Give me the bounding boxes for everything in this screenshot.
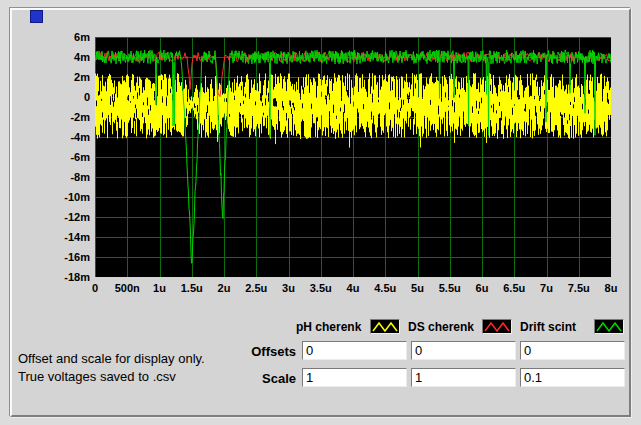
y-tick-label: -10m (36, 190, 90, 204)
y-tick-label: 0 (36, 90, 90, 104)
y-tick-label: -12m (36, 210, 90, 224)
note-text: Offset and scale for display only. True … (18, 350, 205, 386)
y-tick-label: 2m (36, 70, 90, 84)
y-tick-label: 4m (36, 50, 90, 64)
offsets-label: Offsets (228, 344, 296, 360)
offset-input-1[interactable] (302, 341, 407, 360)
plot-legend: pH cherenkDS cherenkDrift scint (296, 317, 624, 336)
note-line1: Offset and scale for display only. (18, 350, 205, 368)
scale-input-3[interactable] (520, 368, 625, 387)
scale-input-1[interactable] (302, 368, 407, 387)
waveform-canvas (95, 37, 611, 277)
legend-item-ph-cherenk[interactable]: pH cherenk (296, 317, 400, 336)
y-tick-label: -2m (36, 110, 90, 124)
scale-label: Scale (228, 371, 296, 387)
legend-label: DS cherenk (408, 320, 474, 334)
waveform-graph (95, 37, 611, 277)
y-tick-label: -4m (36, 130, 90, 144)
waveform-glyph-icon (596, 321, 622, 333)
y-axis-labels: 6m4m2m0-2m-4m-6m-8m-10m-12m-14m-16m-18m (36, 30, 90, 284)
y-tick-label: 6m (36, 30, 90, 44)
scale-input-2[interactable] (411, 368, 516, 387)
legend-label: Drift scint (520, 320, 576, 334)
legend-item-ds-cherenk[interactable]: DS cherenk (408, 317, 512, 336)
legend-label: pH cherenk (296, 320, 361, 334)
legend-item-drift-scint[interactable]: Drift scint (520, 317, 624, 336)
offset-input-2[interactable] (411, 341, 516, 360)
y-tick-label: -8m (36, 170, 90, 184)
legend-waveform-swatch[interactable] (482, 319, 512, 334)
x-tick-label: 8u (591, 281, 631, 295)
x-axis-labels: 0500n1u1.5u2u2.5u3u3.5u4u4.5u5u5.5u6u6.5… (95, 281, 611, 295)
legend-waveform-swatch[interactable] (594, 319, 624, 334)
waveform-glyph-icon (372, 321, 398, 333)
legend-waveform-swatch[interactable] (370, 319, 400, 334)
y-tick-label: -6m (36, 150, 90, 164)
y-tick-label: -16m (36, 250, 90, 264)
note-line2: True voltages saved to .csv (18, 368, 205, 386)
y-tick-label: -14m (36, 230, 90, 244)
offset-input-3[interactable] (520, 341, 625, 360)
waveform-glyph-icon (484, 321, 510, 333)
boolean-indicator[interactable] (30, 10, 43, 23)
